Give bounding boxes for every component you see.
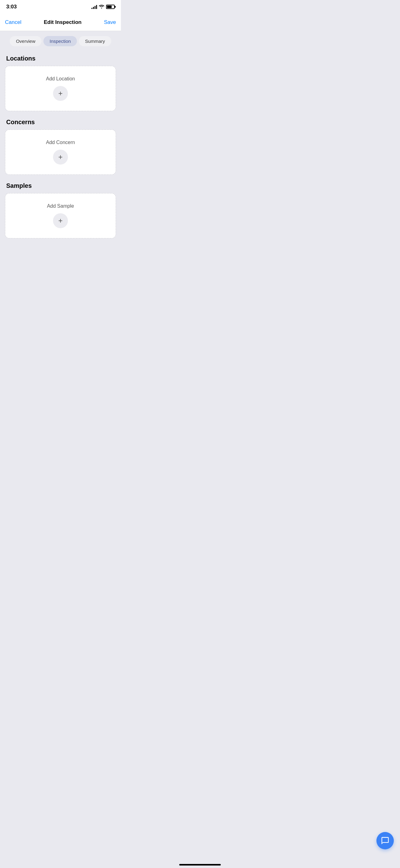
page-title: Edit Inspection <box>44 19 81 26</box>
main-content: Locations Add Location + Concerns Add Co… <box>0 50 121 256</box>
wifi-icon <box>99 4 104 9</box>
segment-control-container: Overview Inspection Summary <box>0 31 121 50</box>
status-bar: 3:03 <box>0 0 121 14</box>
battery-icon <box>106 5 115 9</box>
section-locations: Locations Add Location + <box>5 55 116 111</box>
section-title-samples: Samples <box>5 182 116 189</box>
section-concerns: Concerns Add Concern + <box>5 119 116 175</box>
add-concern-label: Add Concern <box>46 140 75 145</box>
add-sample-button[interactable]: + <box>53 213 68 228</box>
save-button[interactable]: Save <box>104 19 116 26</box>
add-sample-card[interactable]: Add Sample + <box>5 193 116 239</box>
segment-control: Overview Inspection Summary <box>10 36 111 46</box>
add-location-card[interactable]: Add Location + <box>5 66 116 111</box>
section-title-concerns: Concerns <box>5 119 116 126</box>
tab-summary[interactable]: Summary <box>79 36 111 46</box>
cancel-button[interactable]: Cancel <box>5 19 22 26</box>
add-location-button[interactable]: + <box>53 86 68 101</box>
section-samples: Samples Add Sample + <box>5 182 116 239</box>
status-time: 3:03 <box>6 4 17 10</box>
status-icons <box>92 4 115 9</box>
add-concern-button[interactable]: + <box>53 150 68 164</box>
add-concern-card[interactable]: Add Concern + <box>5 129 116 175</box>
section-title-locations: Locations <box>5 55 116 62</box>
nav-bar: Cancel Edit Inspection Save <box>0 14 121 31</box>
signal-icon <box>92 5 97 9</box>
tab-inspection[interactable]: Inspection <box>43 36 77 46</box>
add-sample-label: Add Sample <box>47 203 74 209</box>
add-location-label: Add Location <box>46 76 75 82</box>
tab-overview[interactable]: Overview <box>10 36 41 46</box>
